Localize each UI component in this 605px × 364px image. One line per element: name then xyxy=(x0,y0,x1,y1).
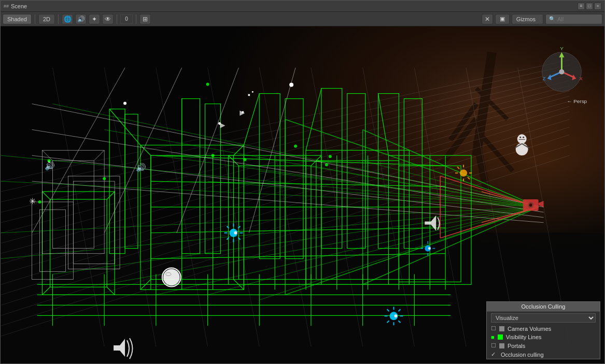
visibility-lines-row: ■ Visibility Lines xyxy=(487,333,600,341)
visibility-lines-label: Visibility Lines xyxy=(506,334,542,340)
portals-color xyxy=(499,343,504,348)
svg-point-184 xyxy=(460,169,467,177)
occlusion-culling-row: ✓ Occlusion culling xyxy=(487,350,600,359)
svg-point-211 xyxy=(243,158,246,161)
camera-volumes-color xyxy=(499,326,504,331)
occlusion-panel-title: Occlusion Culling xyxy=(487,302,600,312)
sound-btn[interactable]: 🔊 xyxy=(75,14,87,24)
svg-point-210 xyxy=(212,154,215,157)
svg-point-143 xyxy=(123,102,126,105)
camera-volumes-checkbox[interactable]: ☐ xyxy=(491,325,496,332)
svg-point-207 xyxy=(206,83,209,86)
cross-btn[interactable]: ✕ xyxy=(482,14,493,24)
svg-text:🔊: 🔊 xyxy=(45,161,55,171)
svg-text:✳: ✳ xyxy=(29,197,36,206)
scene-toolbar: Shaded 2D 🌐 🔊 ✦ 👁 ⊞ ✕ ▣ Gizmos 🔍 xyxy=(1,12,604,26)
portals-row: ☐ Portals xyxy=(487,341,600,350)
layer-number[interactable] xyxy=(120,14,133,24)
display-mode-btn[interactable]: ▣ xyxy=(495,14,510,24)
separator-4 xyxy=(136,14,136,24)
portals-label: Portals xyxy=(508,343,525,349)
separator-2 xyxy=(58,14,59,24)
svg-point-194 xyxy=(529,203,532,207)
svg-point-223 xyxy=(559,69,564,75)
visualize-row: Visualize xyxy=(487,312,600,324)
search-box[interactable]: 🔍 xyxy=(545,14,602,24)
svg-point-204 xyxy=(48,159,51,162)
search-input[interactable] xyxy=(557,16,599,22)
svg-point-178 xyxy=(428,247,431,250)
occlusion-panel: Occlusion Culling Visualize ☐ Camera Vol… xyxy=(486,301,600,359)
svg-point-147 xyxy=(248,94,250,96)
svg-point-205 xyxy=(38,200,41,203)
portals-checkbox[interactable]: ☐ xyxy=(491,342,496,349)
svg-point-148 xyxy=(252,91,254,93)
svg-text:← Persp: ← Persp xyxy=(567,98,587,104)
camera-volumes-label: Camera Volumes xyxy=(508,326,551,332)
shading-dropdown[interactable]: Shaded xyxy=(3,14,32,24)
occlusion-culling-label: Occlusion culling xyxy=(501,352,544,358)
occlusion-culling-checkbox[interactable]: ✓ xyxy=(491,351,496,358)
svg-text:Z: Z xyxy=(543,76,546,81)
globe-btn[interactable]: 🌐 xyxy=(62,14,73,24)
menu-btn[interactable]: ≡ xyxy=(578,3,585,10)
maximize-btn[interactable]: □ xyxy=(586,3,593,10)
svg-point-212 xyxy=(294,144,297,148)
svg-point-196 xyxy=(517,134,527,143)
separator-1 xyxy=(35,14,35,24)
eye-slash-btn[interactable]: 👁 xyxy=(102,14,114,24)
svg-point-144 xyxy=(289,83,293,87)
visibility-lines-checkbox[interactable]: ■ xyxy=(491,334,495,340)
separator-3 xyxy=(117,14,117,24)
title-bar: ## Scene ≡ □ × xyxy=(1,1,604,12)
svg-point-208 xyxy=(329,155,332,158)
svg-point-151 xyxy=(163,269,180,286)
search-icon: 🔍 xyxy=(549,16,555,22)
window-controls: ≡ □ × xyxy=(578,3,601,10)
window-title: Scene xyxy=(11,3,578,9)
svg-text:X: X xyxy=(579,76,583,81)
close-btn[interactable]: × xyxy=(594,3,601,10)
svg-point-195 xyxy=(516,143,528,155)
layout-btn[interactable]: ⊞ xyxy=(139,14,151,24)
2d-toggle[interactable]: 2D xyxy=(38,14,55,24)
svg-point-197 xyxy=(519,137,521,138)
gizmos-btn[interactable]: Gizmos xyxy=(512,14,543,24)
visibility-lines-color xyxy=(498,334,503,340)
svg-point-198 xyxy=(523,137,524,138)
svg-point-209 xyxy=(325,163,328,166)
svg-point-158 xyxy=(234,231,237,235)
toolbar-right: ✕ ▣ Gizmos 🔍 xyxy=(482,14,602,24)
effect-btn[interactable]: ✦ xyxy=(89,14,100,24)
main-window: ## Scene ≡ □ × Shaded 2D 🌐 🔊 ✦ 👁 ⊞ ✕ ▣ G… xyxy=(0,0,605,364)
visualize-dropdown[interactable]: Visualize xyxy=(491,313,596,323)
svg-point-206 xyxy=(103,177,106,180)
svg-point-168 xyxy=(394,314,397,317)
scene-icon: ## xyxy=(4,4,9,9)
svg-text:Y: Y xyxy=(560,46,564,51)
svg-text:🔊: 🔊 xyxy=(136,163,146,172)
camera-volumes-row: ☐ Camera Volumes xyxy=(487,324,600,333)
scene-viewport: ✳ 🔊 🔊 xyxy=(1,26,604,363)
